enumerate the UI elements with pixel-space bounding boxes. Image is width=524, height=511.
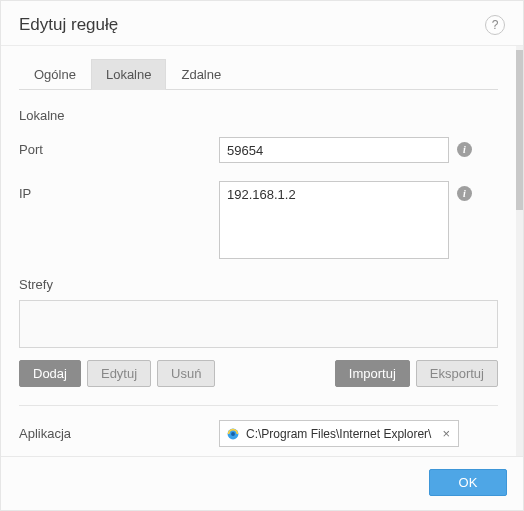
- dialog-footer: OK: [1, 456, 523, 510]
- content-area: Ogólne Lokalne Zdalne Lokalne Port i IP …: [1, 46, 516, 456]
- info-icon[interactable]: i: [457, 186, 472, 201]
- zones-button-row: Dodaj Edytuj Usuń Importuj Eksportuj: [19, 360, 498, 387]
- scrollbar-thumb[interactable]: [516, 50, 523, 210]
- help-icon[interactable]: ?: [485, 15, 505, 35]
- tab-remote[interactable]: Zdalne: [166, 59, 236, 90]
- tabs: Ogólne Lokalne Zdalne: [19, 58, 498, 90]
- ok-button[interactable]: OK: [429, 469, 507, 496]
- application-field[interactable]: C:\Program Files\Internet Explorer\ ×: [219, 420, 459, 447]
- ip-textarea[interactable]: 192.168.1.2: [219, 181, 449, 259]
- internet-explorer-icon: [226, 427, 240, 441]
- local-panel: Lokalne Port i IP 192.168.1.2 i Strefy: [19, 90, 498, 447]
- port-input[interactable]: [219, 137, 449, 163]
- export-button: Eksportuj: [416, 360, 498, 387]
- ip-row: IP 192.168.1.2 i: [19, 181, 498, 259]
- application-label: Aplikacja: [19, 426, 219, 441]
- tab-local[interactable]: Lokalne: [91, 59, 167, 90]
- tab-general[interactable]: Ogólne: [19, 59, 91, 90]
- ip-label: IP: [19, 181, 219, 201]
- application-row: Aplikacja C:\Program Files\Internet Expl…: [19, 420, 498, 447]
- zones-label: Strefy: [19, 277, 498, 292]
- edit-rule-dialog: Edytuj regułę ? Ogólne Lokalne Zdalne Lo…: [0, 0, 524, 511]
- content-wrap: Ogólne Lokalne Zdalne Lokalne Port i IP …: [1, 45, 523, 456]
- info-icon[interactable]: i: [457, 142, 472, 157]
- titlebar: Edytuj regułę ?: [1, 1, 523, 45]
- application-path: C:\Program Files\Internet Explorer\: [246, 427, 434, 441]
- add-button[interactable]: Dodaj: [19, 360, 81, 387]
- port-label: Port: [19, 137, 219, 157]
- zones-listbox[interactable]: [19, 300, 498, 348]
- import-button[interactable]: Importuj: [335, 360, 410, 387]
- delete-button: Usuń: [157, 360, 215, 387]
- dialog-title: Edytuj regułę: [19, 15, 118, 35]
- port-row: Port i: [19, 137, 498, 163]
- clear-application-icon[interactable]: ×: [440, 426, 452, 441]
- svg-point-1: [231, 432, 235, 436]
- vertical-scrollbar[interactable]: [516, 46, 523, 456]
- edit-button: Edytuj: [87, 360, 151, 387]
- divider: [19, 405, 498, 406]
- local-section-header: Lokalne: [19, 108, 498, 123]
